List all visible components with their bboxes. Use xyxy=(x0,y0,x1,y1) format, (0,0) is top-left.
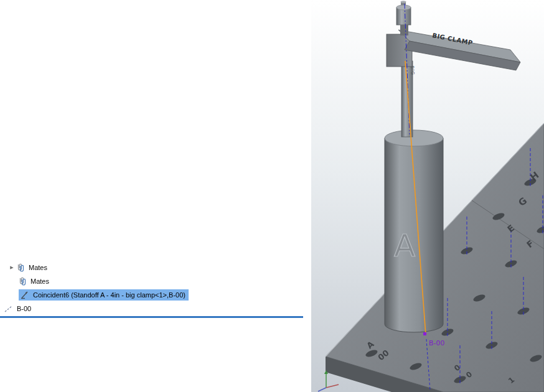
tree-label: Mates xyxy=(30,278,49,285)
expand-arrow-icon[interactable]: ▶ xyxy=(8,265,16,270)
standoff-engraving: A xyxy=(394,228,415,264)
mates-icon xyxy=(16,263,26,273)
b00-label[interactable]: B-00 xyxy=(429,339,445,347)
rollback-bar[interactable] xyxy=(0,316,303,318)
tree-row-coincident6[interactable]: Coincident6 (Standoff A - 4in - big clam… xyxy=(0,288,311,302)
tree-row-mates-2[interactable]: Mates xyxy=(0,274,311,288)
standoff-cylinder[interactable]: A xyxy=(385,130,443,332)
tree-label: B-00 xyxy=(17,305,31,312)
coincident-mate-icon xyxy=(20,290,30,300)
tree-label: Mates xyxy=(29,264,47,271)
tree-row-mates-1[interactable]: ▶ Mates xyxy=(0,261,311,274)
graphics-viewport[interactable]: H G E F A 00 0 0 1 A BIG BIG CLAMP xyxy=(311,0,544,392)
sketch-axis-icon xyxy=(4,304,14,314)
viewport-canvas[interactable]: H G E F A 00 0 0 1 A BIG BIG CLAMP xyxy=(311,0,544,392)
cylinder-top-face[interactable] xyxy=(385,130,443,146)
rod-engraving: BIG xyxy=(410,66,415,76)
b00-point-marker[interactable] xyxy=(423,332,426,335)
mates-icon xyxy=(17,276,27,286)
feature-tree: ▶ Mates Mates xyxy=(0,261,311,315)
tree-label: Coincident6 (Standoff A - 4in - big clam… xyxy=(33,291,185,299)
knob-neck xyxy=(400,25,408,35)
tree-row-b00[interactable]: B-00 xyxy=(0,302,311,315)
feature-manager-panel: ▶ Mates Mates xyxy=(0,0,311,392)
selection-highlight[interactable]: Coincident6 (Standoff A - 4in - big clam… xyxy=(19,289,189,301)
